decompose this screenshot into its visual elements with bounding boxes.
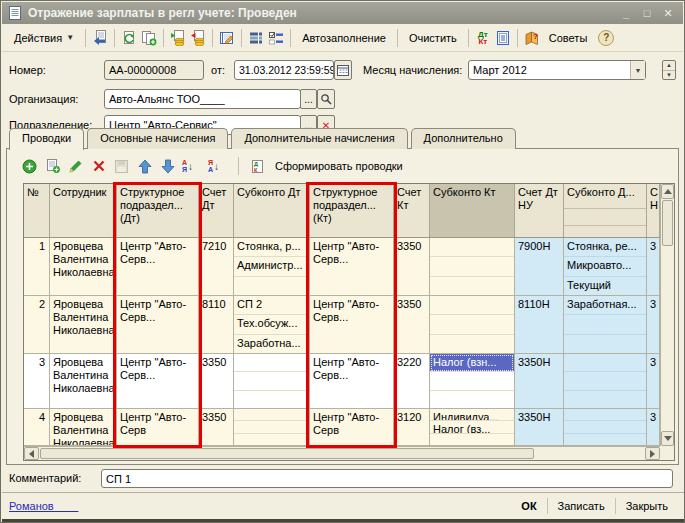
scroll-up-icon[interactable] — [661, 184, 674, 199]
horizontal-scroll-thumb[interactable] — [40, 448, 534, 459]
organization-field[interactable]: Авто-Альянс ТОО____ — [104, 89, 301, 109]
cell-struct_kt[interactable]: Центр "Авто-Серв... — [310, 238, 394, 295]
cell-num[interactable]: 4 — [24, 409, 50, 445]
tab-dopolnitelno[interactable]: Дополнительно — [411, 128, 516, 149]
reread-icon[interactable] — [119, 28, 139, 48]
subconto-line[interactable] — [234, 372, 309, 390]
move-up-icon[interactable] — [136, 158, 153, 175]
subconto-line[interactable] — [234, 409, 309, 421]
cell-num[interactable]: 2 — [24, 296, 50, 353]
subconto-line[interactable]: Администр... — [234, 257, 309, 276]
journal-icon[interactable] — [217, 28, 237, 48]
autofill-button[interactable]: Автозаполнение — [295, 28, 393, 48]
delete-row-icon[interactable] — [90, 158, 107, 175]
advice-book-icon[interactable]: ? — [522, 28, 542, 48]
cell-acct_kt[interactable]: 3350 — [394, 296, 430, 353]
cell-employee[interactable]: Яровцева Валентина Николаевна — [50, 296, 117, 353]
edit-row-icon[interactable] — [67, 158, 84, 175]
subconto-line[interactable] — [430, 238, 514, 257]
subconto-line[interactable]: Текущий — [564, 277, 646, 295]
generate-postings-icon[interactable]: ДК — [249, 158, 266, 175]
cell-acct_dt[interactable]: 7210 — [199, 238, 234, 295]
organization-select-button[interactable]: ... — [300, 89, 317, 109]
cell-sub_dt[interactable]: СП 2Тех.обсуж...Заработна... — [234, 296, 310, 353]
subconto-line[interactable] — [234, 421, 309, 433]
column-header-acct_dt[interactable]: Счет Дт — [199, 184, 234, 237]
spin-down-icon[interactable]: ▼ — [663, 71, 675, 80]
comment-field[interactable]: СП 1 — [101, 469, 673, 488]
subconto-line[interactable] — [430, 277, 514, 295]
column-header-employee[interactable]: Сотрудник — [50, 184, 117, 237]
column-header-acct_dt_nu[interactable]: Счет Дт НУ — [515, 184, 564, 237]
close-form-button[interactable]: Закрыть — [616, 498, 678, 514]
cell-sub_dt[interactable]: Стоянка, р...Администр... — [234, 238, 310, 295]
cell-struct_dt[interactable]: Центр "Авто-Серв... — [117, 354, 199, 408]
cell-acct_dt_nu[interactable]: 7900Н — [515, 238, 564, 295]
column-header-num[interactable]: № — [24, 184, 50, 237]
responsible-user-link[interactable]: Романов____ — [9, 500, 78, 512]
subconto-line[interactable] — [430, 335, 514, 353]
settings-list-icon[interactable] — [266, 28, 286, 48]
cell-employee[interactable]: Яровцева Валентина Николаевна — [50, 409, 117, 445]
cell-num[interactable]: 1 — [24, 238, 50, 295]
cell-acct_dt_nu[interactable]: 3350Н — [515, 409, 564, 445]
cell-acct_kt_nu[interactable]: 3 — [647, 409, 660, 445]
subconto-line[interactable] — [564, 434, 646, 445]
subconto-line[interactable] — [564, 372, 646, 390]
post-and-close-icon[interactable] — [90, 28, 110, 48]
tab-provodki[interactable]: Проводки — [9, 128, 84, 150]
subconto-line[interactable]: Заработная... — [564, 296, 646, 315]
subconto-line[interactable]: Тех.обсуж... — [234, 315, 309, 334]
calendar-button[interactable] — [334, 60, 352, 80]
date-field[interactable]: 31.03.2012 23:59:59 — [234, 60, 334, 80]
cell-sub_kt[interactable] — [430, 296, 515, 353]
cell-acct_kt[interactable]: 3350 — [394, 238, 430, 295]
cell-sub_dt_nu[interactable] — [564, 354, 647, 408]
cell-acct_kt_nu[interactable]: 3 — [647, 354, 660, 408]
cell-struct_dt[interactable]: Центр "Авто-Серв... — [117, 296, 199, 353]
cell-sub_dt_nu[interactable]: Стоянка, ре...Микроавто...Текущий — [564, 238, 647, 295]
dt-kt-postings-icon[interactable]: Дт Кт — [473, 28, 493, 48]
cell-employee[interactable]: Яровцева Валентина Николаевна — [50, 238, 117, 295]
cell-sub_kt[interactable]: Налог (взн... — [430, 354, 515, 408]
subconto-line[interactable] — [564, 315, 646, 334]
subconto-line[interactable] — [564, 409, 646, 421]
subconto-line[interactable]: Индивидуа... — [430, 409, 514, 421]
structure-list-icon[interactable] — [246, 28, 266, 48]
subconto-line[interactable]: Стоянка, ре... — [564, 238, 646, 257]
cell-sub_dt_nu[interactable]: Заработная... — [564, 296, 647, 353]
subconto-line[interactable] — [430, 372, 514, 390]
number-field[interactable]: АА-00000008 — [104, 60, 204, 80]
unpost-document-icon[interactable] — [188, 28, 208, 48]
cell-struct_kt[interactable]: Центр "Авто-Серв — [310, 409, 394, 445]
cell-acct_dt[interactable]: 3350 — [199, 354, 234, 408]
subconto-line[interactable] — [564, 335, 646, 353]
maximize-button[interactable]: □ — [638, 6, 656, 21]
cell-sub_dt[interactable] — [234, 354, 310, 408]
cell-acct_dt_nu[interactable]: 8110Н — [515, 296, 564, 353]
post-document-icon[interactable] — [168, 28, 188, 48]
tab-osnovnye-nachisleniya[interactable]: Основные начисления — [87, 128, 228, 149]
write-button[interactable]: Записать — [548, 498, 615, 514]
subconto-line[interactable] — [564, 391, 646, 408]
column-header-struct_dt[interactable]: Структурное подраздел... (Дт) — [117, 184, 199, 237]
cell-struct_kt[interactable]: Центр "Авто-Серв... — [310, 354, 394, 408]
column-header-acct_kt_nu[interactable]: С Н — [647, 184, 660, 237]
cell-acct_dt[interactable]: 8110 — [199, 296, 234, 353]
scroll-down-icon[interactable] — [661, 431, 674, 446]
sort-ascending-icon[interactable]: АЯ ↓ — [182, 158, 202, 174]
vertical-scroll-thumb[interactable] — [662, 200, 673, 246]
organization-search-button[interactable] — [317, 89, 335, 109]
scroll-right-icon[interactable] — [645, 447, 660, 460]
scroll-left-icon[interactable] — [24, 447, 39, 460]
advice-button[interactable]: Советы — [542, 28, 594, 48]
close-button[interactable]: ✕ — [659, 6, 677, 21]
month-spinner[interactable]: ▲ ▼ — [662, 60, 676, 80]
subconto-line[interactable]: СП 2 — [234, 296, 309, 315]
subconto-line[interactable]: Микроавто... — [564, 257, 646, 276]
subconto-line[interactable] — [564, 354, 646, 372]
subconto-line[interactable] — [430, 391, 514, 408]
subconto-line[interactable] — [430, 257, 514, 276]
move-down-icon[interactable] — [159, 158, 176, 175]
actions-menu-button[interactable]: Действия▼ — [7, 28, 81, 48]
